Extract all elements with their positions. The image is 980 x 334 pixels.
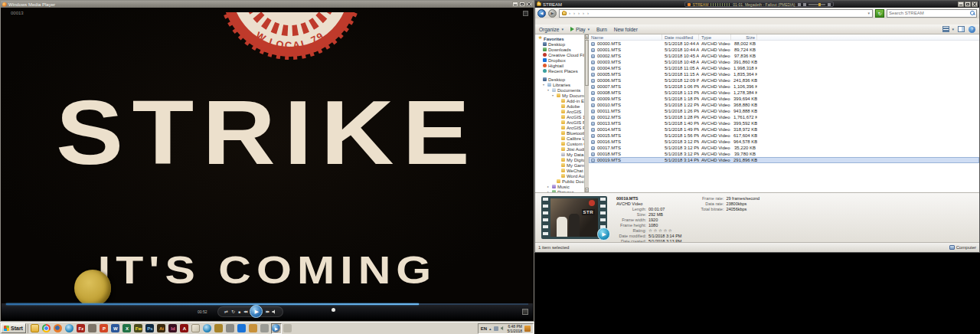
refresh-button[interactable]	[875, 9, 884, 18]
powerpoint-icon[interactable]: P	[99, 323, 109, 334]
search-box[interactable]	[887, 9, 977, 18]
00003.MTS[interactable]: 00003.MTS 5/1/2018 10:48 AM AVCHD Video …	[589, 59, 979, 65]
tree-item[interactable]: My Data Sources	[535, 152, 584, 157]
favorites-item[interactable]: Downloads	[535, 47, 584, 52]
winamp-deskband[interactable]: STREAM 01-01. Megadeth - Fallout (PMEDIA…	[684, 2, 834, 7]
start-button[interactable]: Start	[1, 323, 26, 333]
repeat-button[interactable]	[231, 309, 235, 314]
burn-button[interactable]: Burn	[596, 27, 607, 32]
paint-icon[interactable]	[283, 323, 293, 334]
legacy-windows-icon[interactable]	[260, 323, 270, 334]
column-date-modified[interactable]: Date modified	[662, 34, 699, 40]
deskband-next-button[interactable]	[828, 3, 831, 6]
00001.MTS[interactable]: 00001.MTS 5/1/2018 10:44 AM AVCHD Video …	[589, 47, 979, 53]
tree-item[interactable]: ArcGIS Pro 1.1	[535, 120, 584, 125]
tree-item[interactable]: My Digital Editions	[535, 157, 584, 162]
internet-globe-icon[interactable]	[202, 323, 213, 334]
hidden-icons-chevron[interactable]: ▴	[489, 326, 492, 331]
wmp-titlebar[interactable]: Windows Media Player	[1, 1, 534, 8]
column-size[interactable]: Size	[731, 34, 757, 40]
minimize-button[interactable]	[958, 2, 964, 7]
dropbox-icon[interactable]	[237, 323, 247, 334]
file-manager-icon[interactable]	[87, 323, 98, 334]
play-button[interactable]	[250, 305, 263, 318]
play-button[interactable]: Play	[570, 27, 590, 32]
00005.MTS[interactable]: 00005.MTS 5/1/2018 11:15 AM AVCHD Video …	[589, 71, 979, 77]
00019.MTS[interactable]: 00019.MTS 5/1/2018 3:14 PM AVCHD Video 2…	[589, 157, 979, 163]
00013.MTS[interactable]: 00013.MTS 5/1/2018 1:40 PM AVCHD Video 3…	[589, 120, 979, 126]
00017.MTS[interactable]: 00017.MTS 5/1/2018 3:12 PM AVCHD Video 3…	[589, 145, 979, 151]
acrobat-icon[interactable]: A	[179, 323, 190, 334]
tree-item[interactable]: Add-in Express	[535, 98, 584, 103]
close-button[interactable]	[526, 2, 532, 7]
deskband-position-slider[interactable]	[808, 4, 825, 5]
00008.MTS[interactable]: 00008.MTS 5/1/2018 1:13 PM AVCHD Video 1…	[589, 90, 979, 96]
tree-item[interactable]: ArcGIS 10.4.1	[535, 114, 584, 120]
favorites-item[interactable]: Dropbox	[535, 57, 584, 63]
00015.MTS[interactable]: 00015.MTS 5/1/2018 1:56 PM AVCHD Video 6…	[589, 133, 979, 139]
tree-item[interactable]: ArcGIS Pro 1.2	[535, 125, 584, 130]
preview-pane-button[interactable]	[958, 26, 965, 32]
help-button[interactable]	[969, 26, 975, 33]
favorites-item[interactable]: Creative Cloud Files	[535, 52, 584, 57]
00014.MTS[interactable]: 00014.MTS 5/1/2018 1:49 PM AVCHD Video 3…	[589, 126, 979, 133]
next-button[interactable]	[266, 310, 269, 313]
00007.MTS[interactable]: 00007.MTS 5/1/2018 1:06 PM AVCHD Video 1…	[589, 84, 979, 90]
favorites-item[interactable]: Recent Places	[535, 68, 584, 74]
tree-item[interactable]: ▾ Documents	[535, 87, 584, 93]
excel-icon[interactable]: X	[122, 323, 132, 334]
switch-to-library-icon[interactable]	[523, 11, 528, 16]
tree-item[interactable]: Bluetooth Exchange F	[535, 130, 584, 136]
tree-expander-icon[interactable]: ▾	[543, 83, 546, 87]
mute-button[interactable]	[272, 309, 276, 314]
00004.MTS[interactable]: 00004.MTS 5/1/2018 11:05 AM AVCHD Video …	[589, 65, 979, 71]
browser-globe-icon[interactable]	[64, 323, 75, 334]
back-button[interactable]	[537, 9, 546, 18]
shuffle-button[interactable]	[224, 309, 228, 314]
new-folder-button[interactable]: New folder	[614, 27, 638, 32]
tree-item[interactable]: ▾ My Documents	[535, 93, 584, 98]
tree-item[interactable]: ArcGIS	[535, 109, 584, 114]
chrome-icon[interactable]	[41, 323, 52, 334]
restore-button[interactable]	[965, 2, 971, 7]
word-icon[interactable]: W	[110, 323, 121, 334]
emblem-icon[interactable]	[214, 323, 224, 334]
deskband-play-button[interactable]	[803, 3, 806, 6]
00006.MTS[interactable]: 00006.MTS 5/1/2018 12:09 PM AVCHD Video …	[589, 77, 979, 84]
wmp-icon[interactable]	[271, 323, 282, 334]
deskband-prev-button[interactable]	[798, 3, 801, 6]
00002.MTS[interactable]: 00002.MTS 5/1/2018 10:45 AM AVCHD Video …	[589, 53, 979, 59]
explorer-icon[interactable]	[30, 323, 41, 334]
filezilla-icon[interactable]: Fz	[76, 323, 87, 334]
language-indicator[interactable]: EN	[481, 326, 487, 331]
tree-item[interactable]: Word AutoSaves	[535, 173, 584, 178]
pen-notes-icon[interactable]	[191, 323, 201, 334]
column-type[interactable]: Type	[699, 34, 731, 40]
00009.MTS[interactable]: 00009.MTS 5/1/2018 1:18 PM AVCHD Video 3…	[589, 96, 979, 102]
address-dropdown-icon[interactable]	[867, 11, 870, 15]
tree-item[interactable]: Calibre Library	[535, 136, 584, 141]
view-switch-icon[interactable]	[522, 309, 528, 315]
firefox-icon[interactable]	[53, 323, 64, 334]
breadcrumb[interactable]	[559, 9, 873, 18]
change-view-button[interactable]	[942, 26, 954, 32]
photoshop-icon[interactable]: Ps	[145, 323, 155, 334]
tray-extra-icon[interactable]	[524, 326, 531, 332]
forward-button[interactable]	[548, 9, 557, 18]
00011.MTS[interactable]: 00011.MTS 5/1/2018 1:26 PM AVCHD Video 9…	[589, 108, 979, 114]
00010.MTS[interactable]: 00010.MTS 5/1/2018 1:22 PM AVCHD Video 3…	[589, 102, 979, 108]
00000.MTS[interactable]: 00000.MTS 5/1/2018 10:44 AM AVCHD Video …	[589, 41, 979, 47]
tree-expander-icon[interactable]: ▾	[547, 88, 550, 92]
stop-button[interactable]	[238, 310, 240, 314]
tree-expander-icon[interactable]: ▸	[547, 185, 550, 188]
video-viewport[interactable]: 00013 W LOCAL 79 STRIKE IT'S COMING	[2, 8, 533, 303]
00012.MTS[interactable]: 00012.MTS 5/1/2018 1:28 PM AVCHD Video 1…	[589, 114, 979, 120]
video-thumbnail[interactable]: STR	[541, 196, 607, 239]
favorites-item[interactable]: Desktop	[535, 41, 584, 47]
00016.MTS[interactable]: 00016.MTS 5/1/2018 3:12 PM AVCHD Video 9…	[589, 139, 979, 145]
tree-item[interactable]: Jitsi Audio Logs	[535, 146, 584, 152]
tree-item[interactable]: Adobe	[535, 103, 584, 109]
tree-item[interactable]: ▾ Libraries	[535, 82, 584, 87]
indesign-icon[interactable]: Id	[168, 323, 178, 334]
breadcrumb-segment[interactable]	[586, 11, 590, 15]
